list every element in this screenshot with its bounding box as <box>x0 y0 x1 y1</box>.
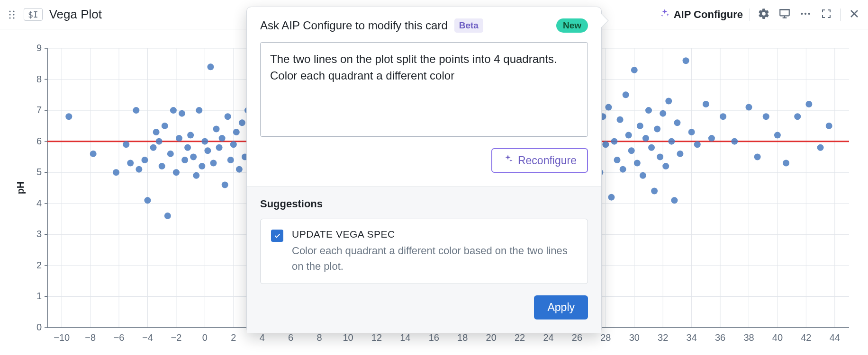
svg-point-154 <box>608 194 615 201</box>
svg-point-188 <box>763 113 769 120</box>
aip-configure-button[interactable]: AIP Configure <box>660 8 743 21</box>
svg-text:−10: −10 <box>54 332 70 343</box>
svg-point-121 <box>187 132 194 139</box>
svg-point-152 <box>602 141 609 148</box>
suggestion-checkbox[interactable] <box>271 230 283 242</box>
svg-point-112 <box>162 123 168 129</box>
svg-point-99 <box>65 113 72 120</box>
svg-point-102 <box>123 141 129 148</box>
new-badge: New <box>556 18 588 33</box>
svg-text:36: 36 <box>715 332 725 343</box>
drag-handle[interactable] <box>7 9 17 20</box>
svg-point-103 <box>127 160 134 167</box>
more-button[interactable] <box>798 8 813 22</box>
svg-point-1 <box>13 10 14 12</box>
svg-point-165 <box>640 172 646 179</box>
fullscreen-button[interactable] <box>819 8 833 22</box>
svg-point-159 <box>623 91 629 98</box>
svg-point-180 <box>688 129 695 135</box>
svg-point-117 <box>176 135 182 142</box>
svg-text:18: 18 <box>457 332 468 343</box>
expand-icon <box>821 8 832 21</box>
svg-point-170 <box>654 125 660 132</box>
popover-title: Ask AIP Configure to modify this card <box>260 19 448 32</box>
svg-text:8: 8 <box>36 74 42 84</box>
svg-text:22: 22 <box>515 332 525 343</box>
svg-point-169 <box>651 188 658 195</box>
svg-point-127 <box>204 147 211 154</box>
aip-popover: Ask AIP Configure to modify this card Be… <box>246 7 602 333</box>
svg-point-114 <box>167 151 174 157</box>
suggestion-card[interactable]: UPDATE VEGA SPEC Color each quadrant a d… <box>260 219 588 284</box>
svg-point-107 <box>145 197 151 204</box>
svg-point-128 <box>207 63 214 70</box>
svg-point-167 <box>645 107 652 114</box>
apply-button[interactable]: Apply <box>534 295 588 320</box>
svg-point-177 <box>674 119 680 126</box>
svg-point-133 <box>222 181 228 188</box>
svg-text:32: 32 <box>658 332 668 343</box>
prompt-input[interactable] <box>260 42 588 137</box>
svg-text:24: 24 <box>543 332 553 343</box>
svg-text:40: 40 <box>772 332 783 343</box>
svg-point-120 <box>184 144 191 151</box>
svg-text:1: 1 <box>36 291 42 301</box>
svg-point-116 <box>173 169 180 176</box>
settings-button[interactable] <box>757 8 771 22</box>
svg-point-111 <box>159 163 165 169</box>
svg-point-166 <box>642 135 649 142</box>
svg-text:6: 6 <box>288 332 293 343</box>
svg-text:38: 38 <box>743 332 754 343</box>
svg-text:26: 26 <box>572 332 582 343</box>
svg-text:2: 2 <box>231 332 236 343</box>
svg-text:10: 10 <box>343 332 353 343</box>
svg-point-119 <box>181 157 188 163</box>
svg-point-173 <box>662 163 669 169</box>
svg-point-171 <box>657 153 663 160</box>
svg-point-164 <box>637 123 643 129</box>
svg-text:8: 8 <box>317 332 322 343</box>
svg-text:6: 6 <box>36 136 42 146</box>
svg-text:44: 44 <box>830 332 840 343</box>
svg-text:30: 30 <box>629 332 640 343</box>
svg-text:−2: −2 <box>171 332 182 343</box>
variable-token[interactable]: $I <box>24 8 43 21</box>
svg-point-5 <box>13 17 14 18</box>
svg-point-126 <box>201 138 208 145</box>
svg-point-135 <box>227 157 234 163</box>
reconfigure-button[interactable]: Reconfigure <box>491 148 588 173</box>
svg-point-104 <box>133 107 139 114</box>
svg-point-134 <box>225 113 231 120</box>
svg-text:pH: pH <box>15 182 26 195</box>
svg-point-123 <box>193 172 199 179</box>
svg-point-110 <box>156 138 163 145</box>
svg-text:12: 12 <box>371 332 382 343</box>
svg-point-7 <box>801 12 803 14</box>
svg-text:−4: −4 <box>142 332 153 343</box>
divider <box>750 9 750 21</box>
svg-text:34: 34 <box>687 332 697 343</box>
svg-point-194 <box>826 123 832 129</box>
svg-point-179 <box>683 57 689 64</box>
svg-point-157 <box>617 116 624 123</box>
aip-configure-label: AIP Configure <box>674 9 743 21</box>
present-button[interactable] <box>778 8 792 22</box>
svg-text:0: 0 <box>36 322 42 332</box>
svg-point-101 <box>113 169 119 176</box>
suggestion-desc: Color each quadrant a different color ba… <box>292 243 577 274</box>
svg-point-175 <box>668 138 675 145</box>
sparkle-icon <box>503 154 513 167</box>
svg-point-160 <box>625 132 632 139</box>
gear-icon <box>758 8 770 22</box>
svg-text:20: 20 <box>486 332 497 343</box>
svg-point-122 <box>190 153 197 160</box>
svg-point-186 <box>746 104 752 111</box>
svg-point-162 <box>631 67 638 73</box>
svg-point-184 <box>720 113 726 120</box>
svg-point-183 <box>708 135 715 142</box>
svg-text:16: 16 <box>429 332 439 343</box>
svg-point-158 <box>620 166 626 173</box>
svg-point-113 <box>164 213 171 219</box>
close-button[interactable] <box>847 8 861 22</box>
svg-point-172 <box>660 110 666 117</box>
